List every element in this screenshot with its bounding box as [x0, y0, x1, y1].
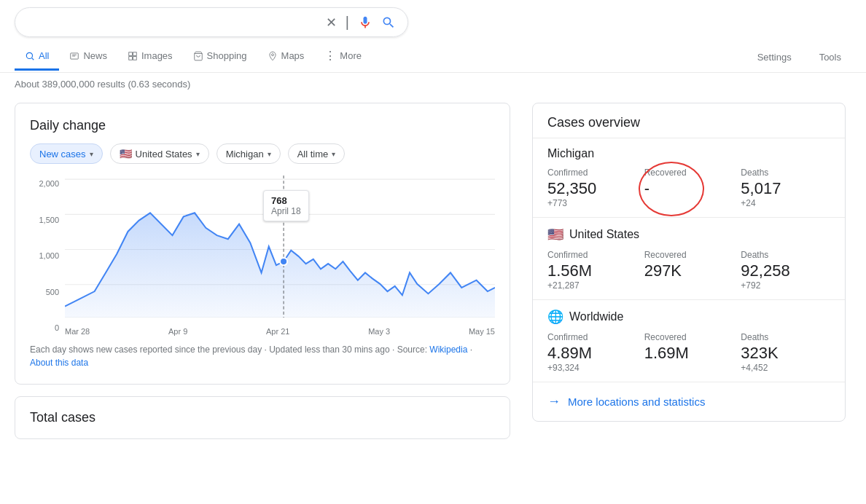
michigan-deaths-value: 5,017	[741, 179, 830, 198]
clear-icon[interactable]: ✕	[326, 15, 337, 31]
search-icons: ✕ |	[326, 14, 396, 31]
svg-rect-8	[133, 56, 137, 60]
us-deaths-value: 92,258	[741, 261, 830, 280]
more-dots-icon: ⋮	[324, 49, 336, 63]
tooltip-date: April 18	[271, 206, 301, 216]
more-locations-button[interactable]: → More locations and statistics	[533, 382, 845, 421]
sublocation-arrow-icon: ▾	[268, 150, 271, 158]
tab-maps[interactable]: Maps	[257, 43, 315, 71]
worldwide-recovered: Recovered 1.69M	[644, 332, 734, 373]
cases-overview-card: Cases overview Michigan Confirmed 52,350…	[532, 103, 846, 422]
location-worldwide: 🌐 Worldwide Confirmed 4.89M +93,324 Reco…	[533, 299, 845, 382]
us-confirmed: Confirmed 1.56M +21,287	[547, 250, 637, 291]
tab-shopping[interactable]: Shopping	[183, 43, 257, 71]
us-confirmed-label: Confirmed	[547, 250, 637, 260]
tab-maps-label: Maps	[281, 50, 305, 61]
worldwide-confirmed-label: Confirmed	[547, 332, 637, 342]
svg-point-10	[271, 53, 273, 55]
michigan-deaths: Deaths 5,017 +24	[741, 168, 830, 208]
us-flag-icon: 🇺🇸	[120, 148, 132, 160]
tab-shopping-label: Shopping	[207, 50, 247, 61]
us-recovered-value: 297K	[644, 261, 734, 280]
michigan-confirmed-change: +773	[547, 198, 637, 208]
tab-news-label: News	[83, 50, 107, 61]
settings-link[interactable]: Settings	[747, 44, 802, 70]
y-label-1000: 1,000	[30, 251, 59, 260]
michigan-recovered: Recovered -	[644, 168, 734, 208]
results-info: About 389,000,000 results (0.63 seconds)	[0, 73, 866, 95]
mic-icon[interactable]	[358, 15, 372, 30]
search-icon[interactable]	[381, 15, 396, 30]
nav-tabs: All News Images Shopping Maps ⋮ More Set…	[0, 37, 866, 73]
location-us: 🇺🇸 United States Confirmed 1.56M +21,287…	[533, 217, 845, 299]
metric-filter[interactable]: New cases ▾	[30, 143, 103, 164]
michigan-deaths-change: +24	[741, 198, 830, 208]
y-label-1500: 1,500	[30, 216, 59, 224]
worldwide-confirmed: Confirmed 4.89M +93,324	[547, 332, 637, 373]
total-cases-title: Total cases	[30, 410, 495, 425]
us-deaths: Deaths 92,258 +792	[741, 250, 830, 291]
us-recovered: Recovered 297K	[644, 250, 734, 291]
us-confirmed-change: +21,287	[547, 280, 637, 291]
worldwide-deaths: Deaths 323K +4,452	[741, 332, 830, 373]
chart-note: Each day shows new cases reported since …	[30, 343, 495, 369]
chart-area: 2,000 1,500 1,000 500 0	[30, 176, 495, 336]
worldwide-confirmed-change: +93,324	[547, 363, 637, 373]
us-deaths-label: Deaths	[741, 250, 830, 260]
us-name: United States	[569, 228, 639, 241]
wikipedia-link[interactable]: Wikipedia	[429, 344, 467, 355]
tab-images-label: Images	[141, 50, 173, 61]
worldwide-header: 🌐 Worldwide	[547, 309, 830, 325]
tab-more[interactable]: ⋮ More	[314, 42, 372, 72]
michigan-name: Michigan	[547, 147, 594, 160]
chart-title: Daily change	[30, 118, 495, 133]
metric-filter-label: New cases	[39, 149, 86, 160]
timeframe-filter[interactable]: All time ▾	[288, 143, 346, 164]
tooltip-value: 768	[271, 195, 301, 206]
chart-source-label: Source:	[397, 344, 427, 355]
svg-rect-7	[129, 56, 133, 60]
chart-note-text: Each day shows new cases reported since …	[30, 344, 394, 355]
search-input[interactable]: covid cases michigan	[27, 16, 326, 29]
chart-x-labels: Mar 28 Apr 9 Apr 21 May 3 May 15	[65, 327, 495, 336]
sublocation-filter[interactable]: Michigan ▾	[216, 143, 281, 164]
tab-news[interactable]: News	[59, 43, 117, 71]
svg-line-1	[32, 58, 34, 60]
worldwide-deaths-change: +4,452	[741, 363, 830, 373]
worldwide-icon: 🌐	[547, 309, 563, 325]
michigan-confirmed: Confirmed 52,350 +773	[547, 168, 637, 208]
sublocation-filter-label: Michigan	[226, 149, 264, 160]
timeframe-filter-label: All time	[297, 149, 329, 160]
x-label-apr9: Apr 9	[168, 327, 187, 336]
location-filter-label: United States	[136, 149, 192, 160]
michigan-confirmed-label: Confirmed	[547, 168, 637, 178]
left-panel: Daily change New cases ▾ 🇺🇸 United State…	[15, 103, 510, 439]
chart-card: Daily change New cases ▾ 🇺🇸 United State…	[15, 103, 510, 385]
main-layout: Daily change New cases ▾ 🇺🇸 United State…	[0, 95, 866, 446]
worldwide-name: Worldwide	[569, 310, 623, 323]
svg-point-18	[280, 258, 287, 265]
location-filter[interactable]: 🇺🇸 United States ▾	[110, 143, 209, 164]
about-data-link[interactable]: About this data	[30, 358, 88, 368]
svg-rect-6	[133, 52, 137, 55]
y-label-500: 500	[30, 288, 59, 296]
tab-images[interactable]: Images	[117, 43, 183, 71]
us-deaths-change: +792	[741, 280, 830, 291]
us-header: 🇺🇸 United States	[547, 227, 830, 243]
us-flag-icon-2: 🇺🇸	[547, 227, 563, 243]
michigan-recovered-value: -	[644, 179, 734, 198]
worldwide-recovered-label: Recovered	[644, 332, 734, 342]
location-michigan: Michigan Confirmed 52,350 +773 Recovered…	[533, 138, 845, 217]
arrow-right-icon: →	[547, 394, 561, 409]
x-label-mar28: Mar 28	[65, 327, 90, 336]
chart-filters: New cases ▾ 🇺🇸 United States ▾ Michigan …	[30, 143, 495, 164]
tools-link[interactable]: Tools	[809, 44, 851, 70]
total-cases-card: Total cases	[15, 396, 510, 439]
svg-marker-16	[65, 213, 495, 318]
tab-all[interactable]: All	[15, 43, 59, 71]
search-box: covid cases michigan ✕ |	[15, 7, 408, 37]
location-arrow-icon: ▾	[196, 150, 200, 158]
worldwide-deaths-value: 323K	[741, 344, 830, 363]
right-panel: Cases overview Michigan Confirmed 52,350…	[532, 103, 846, 439]
more-locations-label: More locations and statistics	[568, 395, 705, 408]
